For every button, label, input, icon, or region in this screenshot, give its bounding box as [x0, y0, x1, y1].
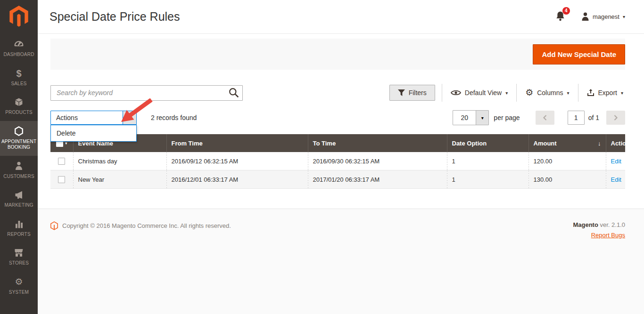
actions-select[interactable]: Actions ▴	[50, 111, 137, 125]
marketing-icon	[14, 190, 24, 200]
edit-link[interactable]: Edit	[611, 176, 621, 183]
table-row: Christmas day 2016/09/12 06:32:15 AM 201…	[50, 152, 625, 170]
export-button[interactable]: Export ▾	[585, 86, 626, 99]
default-view-button[interactable]: Default View ▾	[449, 86, 510, 99]
column-header-amount[interactable]: Amount↓	[528, 134, 606, 152]
grid-view-controls: Filters Default View ▾ ⚙ Columns ▾	[389, 84, 625, 102]
sidebar-item-stores[interactable]: STORES	[0, 242, 38, 272]
copyright-text: Copyright © 2016 Magento Commerce Inc. A…	[62, 222, 231, 229]
add-new-special-date-button[interactable]: Add New Special Date	[533, 44, 625, 64]
sidebar-item-label: MARKETING	[4, 202, 33, 209]
sidebar-item-products[interactable]: PRODUCTS	[0, 92, 38, 121]
event-name-cell: Christmas day	[73, 152, 166, 170]
filters-label: Filters	[409, 89, 427, 97]
special-dates-grid: ▾ Event Name From Time To Time Date Opti…	[50, 134, 625, 189]
sort-descending-icon: ↓	[598, 140, 601, 147]
notifications-button[interactable]: 4	[555, 10, 565, 24]
chevron-right-icon	[613, 114, 618, 121]
sidebar-item-appointment-booking[interactable]: APPOINTMENT BOOKING	[0, 121, 38, 156]
sidebar-item-label: CUSTOMERS	[3, 174, 34, 180]
from-time-cell: 2016/12/01 06:33:17 AM	[166, 170, 308, 189]
row-checkbox[interactable]	[58, 176, 65, 183]
next-page-button[interactable]	[606, 111, 625, 125]
chevron-down-icon: ▾	[481, 115, 484, 121]
customers-icon	[15, 161, 23, 171]
per-page-toggle[interactable]: ▾	[476, 111, 488, 125]
mass-actions: Actions ▴ Delete	[50, 111, 137, 125]
row-select-cell	[50, 152, 73, 170]
grid-toolbar: Filters Default View ▾ ⚙ Columns ▾	[50, 84, 625, 102]
sidebar-item-label: DASHBOARD	[3, 52, 34, 58]
search-button[interactable]	[229, 88, 239, 99]
sidebar-item-marketing[interactable]: MARKETING	[0, 185, 38, 214]
previous-page-button[interactable]	[536, 111, 554, 125]
action-cell: Edit	[606, 170, 625, 189]
user-icon	[581, 12, 589, 21]
records-found-label: 2 records found	[151, 114, 197, 121]
products-icon	[15, 97, 23, 107]
chevron-down-icon: ▾	[621, 90, 623, 96]
notification-badge: 4	[562, 7, 570, 15]
sidebar-item-customers[interactable]: CUSTOMERS	[0, 156, 38, 185]
filters-button[interactable]: Filters	[389, 85, 435, 101]
stores-icon	[14, 248, 24, 258]
sidebar-item-label: APPOINTMENT BOOKING	[1, 139, 36, 151]
sidebar-item-dashboard[interactable]: DASHBOARD	[0, 34, 38, 63]
divider	[442, 84, 442, 102]
default-view-label: Default View	[465, 89, 502, 97]
footer-copyright-block: Copyright © 2016 Magento Commerce Inc. A…	[50, 221, 231, 230]
chevron-down-icon: ▾	[623, 14, 625, 19]
search-input[interactable]	[50, 85, 243, 101]
version-line: Magento ver. 2.1.0	[573, 221, 625, 228]
edit-link[interactable]: Edit	[611, 158, 621, 165]
dashboard-icon	[14, 39, 24, 49]
content-spacer	[38, 189, 644, 209]
row-select-cell	[50, 170, 73, 189]
header-actions: 4 magenest ▾	[555, 10, 625, 24]
report-bugs-link[interactable]: Report Bugs	[591, 232, 625, 239]
column-header-action: Action	[606, 134, 625, 152]
main-area: Special Date Price Rules 4 magenest ▾ A	[38, 0, 644, 314]
amount-cell: 130.00	[528, 170, 606, 189]
column-header-to-time[interactable]: To Time	[308, 134, 447, 152]
menu-item-delete[interactable]: Delete	[51, 125, 136, 141]
export-icon	[587, 89, 594, 97]
gear-icon: ⚙	[525, 88, 533, 97]
chevron-down-icon[interactable]: ▾	[65, 141, 67, 145]
brand-name: Magento	[573, 221, 598, 228]
chevron-up-icon: ▴	[129, 115, 131, 120]
filter-icon	[398, 89, 405, 96]
chevron-down-icon: ▾	[505, 90, 508, 96]
reports-icon	[15, 219, 23, 229]
footer-version-block: Magento ver. 2.1.0 Report Bugs	[573, 221, 625, 239]
sidebar-item-label: PRODUCTS	[5, 110, 33, 116]
to-time-cell: 2016/09/30 06:32:15 AM	[308, 152, 447, 170]
current-page-input[interactable]	[568, 111, 585, 125]
columns-button[interactable]: ⚙ Columns ▾	[523, 85, 571, 100]
page-title: Special Date Price Rules	[50, 10, 180, 24]
total-pages-label: of 1	[588, 114, 599, 121]
sidebar-item-label: SALES	[11, 81, 26, 87]
per-page-value: 20	[453, 111, 476, 125]
magento-logo[interactable]	[0, 0, 38, 34]
event-name-cell: New Year	[73, 170, 166, 189]
sidebar-item-system[interactable]: ⚙ SYSTEM	[0, 272, 38, 301]
from-time-cell: 2016/09/12 06:32:15 AM	[166, 152, 308, 170]
table-row: New Year 2016/12/01 06:33:17 AM 2017/01/…	[50, 170, 625, 189]
action-cell: Edit	[606, 152, 625, 170]
sales-icon: $	[16, 68, 21, 79]
row-checkbox[interactable]	[58, 158, 65, 165]
sidebar-item-sales[interactable]: $ SALES	[0, 63, 38, 92]
column-header-date-option[interactable]: Date Option	[447, 134, 528, 152]
search-icon	[229, 88, 239, 98]
per-page-select[interactable]: 20 ▾	[453, 110, 489, 125]
column-header-from-time[interactable]: From Time	[166, 134, 308, 152]
actions-select-label: Actions	[51, 111, 123, 124]
page-header: Special Date Price Rules 4 magenest ▾	[38, 0, 644, 34]
actions-select-toggle[interactable]: ▴	[123, 111, 136, 124]
page-actions-band: Add New Special Date	[50, 39, 625, 70]
sidebar-item-reports[interactable]: REPORTS	[0, 214, 38, 243]
system-icon: ⚙	[15, 277, 23, 287]
account-menu[interactable]: magenest ▾	[581, 12, 625, 21]
sidebar-item-label: STORES	[9, 260, 29, 266]
